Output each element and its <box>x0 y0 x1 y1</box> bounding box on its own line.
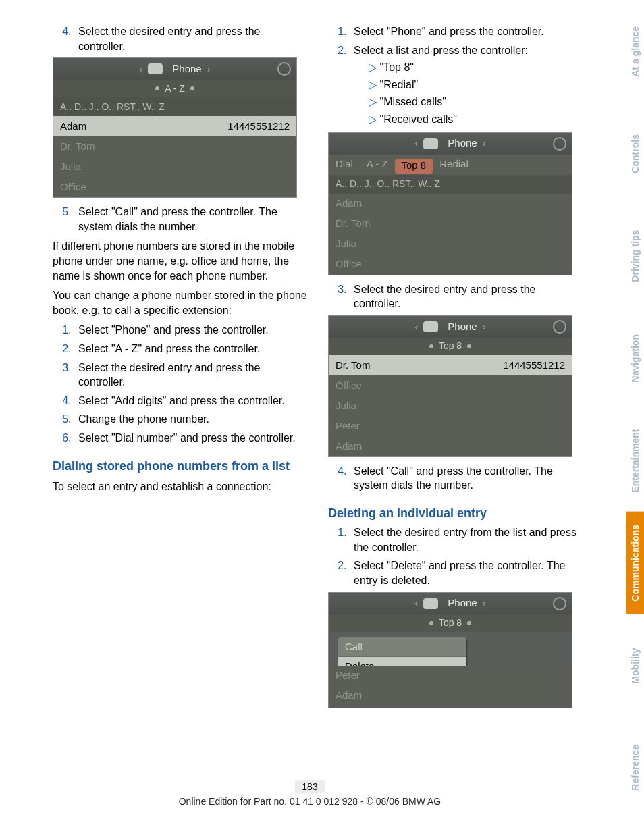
tab-entertainment[interactable]: Entertainment <box>626 410 644 512</box>
row-drtom: Dr. Tom14445551212 <box>329 355 572 375</box>
screenshot-phonebook-a: ‹Phone› A - Z A.. D.. J.. O.. RST.. W.. … <box>53 57 297 198</box>
tab-communications-active[interactable]: Communications <box>626 512 644 614</box>
tab-dial: Dial <box>329 155 360 175</box>
li: Select "A - Z" and press the controller. <box>74 342 309 356</box>
row: Office <box>53 177 296 197</box>
tab-redial: Redial <box>433 155 475 175</box>
right-column: Select "Phone" and press the controller.… <box>328 20 585 715</box>
row: Adam <box>329 194 572 214</box>
row: Peter <box>329 666 572 686</box>
li: Select "Dial number" and press the contr… <box>74 431 309 446</box>
tab-reference[interactable]: Reference <box>626 716 644 819</box>
left-column: Select the desired entry and press the c… <box>53 20 309 715</box>
row: Adam <box>329 686 572 706</box>
row: Julia <box>329 396 572 416</box>
bullet: "Received calls" <box>369 112 585 127</box>
tab-top8-selected: Top 8 <box>395 159 433 174</box>
tab-navigation[interactable]: Navigation <box>626 307 644 410</box>
li: Change the phone number. <box>74 412 309 427</box>
r-step-4: Select "Call" and press the controller. … <box>350 464 585 493</box>
bullet: "Missed calls" <box>369 95 585 109</box>
li: Select "Phone" and press the controller. <box>74 323 309 338</box>
row: Julia <box>329 234 572 255</box>
row: Office <box>329 375 572 396</box>
bullet: "Top 8" <box>369 60 585 75</box>
bullet: "Redial" <box>369 78 585 93</box>
row: Office <box>329 255 572 275</box>
tab-controls[interactable]: Controls <box>626 103 644 205</box>
screenshot-top8-c: ‹Phone› Top 8 Dr. Tom14445551212 Office … <box>328 315 572 457</box>
footer: 183 Online Edition for Part no. 01 41 0 … <box>0 780 620 807</box>
r-step-2: Select a list and press the controller: … <box>350 43 585 127</box>
row: Julia <box>53 157 296 177</box>
left-step-5: Select "Call" and press the controller. … <box>74 205 309 234</box>
screenshot-top8-b: ‹Phone› Dial A - Z Top 8 Redial A.. D.. … <box>328 132 572 275</box>
heading-delete-entry: Deleting an individual entry <box>328 505 585 521</box>
footer-line: Online Edition for Part no. 01 41 0 012 … <box>179 796 441 807</box>
rb-step-2: Select "Delete" and press the controller… <box>350 558 585 587</box>
r-step-3: Select the desired entry and press the c… <box>350 282 585 311</box>
li: Select "Add digits" and press the contro… <box>74 394 309 408</box>
rb-step-1: Select the desired entry from the list a… <box>350 525 585 554</box>
screenshot-delete-d: ‹Phone› Top 8 Call Delete Delete all num… <box>328 592 572 708</box>
row: Dr. Tom <box>53 136 296 157</box>
tab-az: A - Z <box>360 155 395 175</box>
heading-dialing-list: Dialing stored phone numbers from a list <box>53 458 309 474</box>
para-c: To select an entry and establish a conne… <box>53 479 309 494</box>
left-step-4: Select the desired entry and press the c… <box>74 24 309 53</box>
li: Select the desired entry and press the c… <box>74 361 309 390</box>
row: Dr. Tom <box>329 214 572 234</box>
row: Peter <box>329 416 572 436</box>
para-b: You can change a phone number stored in … <box>53 288 309 317</box>
popup-call: Call <box>338 637 466 657</box>
chapter-tabs: At a glance Controls Driving tips Naviga… <box>626 0 644 819</box>
tab-at-a-glance[interactable]: At a glance <box>626 0 644 103</box>
para-a: If different phone numbers are stored in… <box>53 239 309 283</box>
tab-mobility[interactable]: Mobility <box>626 614 644 717</box>
r-step-1: Select "Phone" and press the controller. <box>350 24 585 39</box>
row-adam: Adam14445551212 <box>53 116 296 136</box>
tab-driving-tips[interactable]: Driving tips <box>626 205 644 307</box>
page-number: 183 <box>295 780 324 793</box>
row: Adam <box>329 436 572 456</box>
